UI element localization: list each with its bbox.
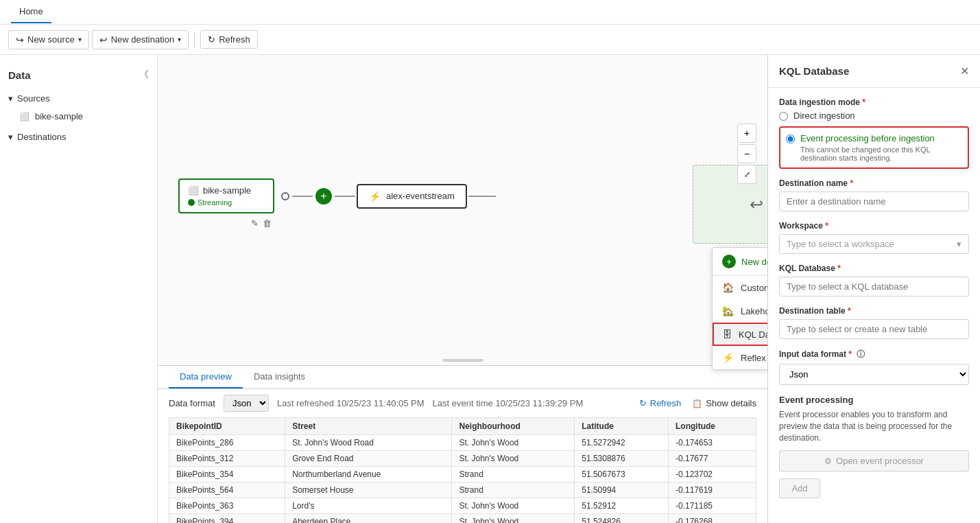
workspace-dropdown[interactable]: Type to select a workspace ▾ <box>779 234 969 254</box>
kql-db-input[interactable] <box>779 277 969 297</box>
table-header-row: BikepointID Street Neighbourhood Latitud… <box>169 418 756 435</box>
separator <box>194 32 195 48</box>
bottom-toolbar-left: Data format Json Last refreshed 10/25/23… <box>169 395 583 412</box>
table-cell: Lord's <box>285 498 452 514</box>
radio-event-input[interactable] <box>786 135 795 143</box>
zoom-out-button[interactable]: − <box>737 144 756 163</box>
dropdown-item-custom-app[interactable]: 🏠 Custom App <box>713 276 767 299</box>
radio-direct: Direct ingestion <box>779 111 969 121</box>
sidebar: Data 《 ▾ Sources ⬜ bike-sample ▾ Destina… <box>0 55 158 523</box>
tab-data-insights[interactable]: Data insights <box>243 366 316 388</box>
table-row: BikePoints_354Northumberland AvenueStran… <box>169 467 756 483</box>
event-processor-icon: ⚙ <box>824 456 832 466</box>
sidebar-item-bike-sample[interactable]: ⬜ bike-sample <box>0 108 157 125</box>
canvas-controls: + − ⤢ <box>737 124 756 184</box>
ingestion-mode-label: Data ingestion mode * <box>779 97 969 107</box>
tab-home[interactable]: Home <box>11 1 51 23</box>
collapse-button[interactable]: 《 <box>139 69 149 81</box>
table-cell: -0.117619 <box>668 483 756 498</box>
refresh-button[interactable]: ↻ Refresh <box>200 30 258 49</box>
source-node: ⬜ bike-sample Streaming <box>178 178 274 213</box>
arrow-line1 <box>292 196 313 197</box>
tab-data-preview[interactable]: Data preview <box>169 366 243 388</box>
dropdown-item-lakehouse[interactable]: 🏡 Lakehouse <box>713 299 767 323</box>
add-node-button[interactable]: + <box>315 188 332 205</box>
event-processing-title: Event processing <box>779 395 969 405</box>
new-source-button[interactable]: ↪ New source ▾ <box>8 30 89 49</box>
dest-name-section: Destination name * <box>779 178 969 211</box>
new-destination-button[interactable]: ↩ New destination ▾ <box>92 30 189 49</box>
table-cell: -0.174653 <box>668 435 756 451</box>
format-label: Data format <box>169 398 215 408</box>
table-cell: 51.52912 <box>575 498 669 514</box>
chevron-down-icon-dest: ▾ <box>178 36 181 43</box>
kql-db-section: KQL Database * <box>779 264 969 297</box>
radio-event-processing-box: Event processing before ingestion This c… <box>779 126 969 169</box>
workspace-label: Workspace * <box>779 221 969 231</box>
right-panel-body: Data ingestion mode * Direct ingestion E… <box>768 88 980 523</box>
dropdown-item-reflex[interactable]: ⚡ Reflex <box>713 346 767 369</box>
sidebar-destinations-section: ▾ Destinations <box>0 128 157 146</box>
table-row: BikePoints_394Aberdeen PlaceSt. John's W… <box>169 514 756 524</box>
col-street: Street <box>285 418 452 435</box>
show-details-button[interactable]: 📋 Show details <box>692 398 756 408</box>
refresh-bottom-icon: ↻ <box>639 398 647 408</box>
ingestion-mode-section: Data ingestion mode * Direct ingestion E… <box>779 97 969 169</box>
flow-diagram: ⬜ bike-sample Streaming ✎ 🗑 + <box>178 178 497 213</box>
open-event-processor-button[interactable]: ⚙ Open event processor <box>779 450 969 472</box>
arrow-line2 <box>335 196 355 197</box>
source-icon: ↪ <box>16 34 24 45</box>
zoom-in-button[interactable]: + <box>737 124 756 143</box>
table-cell: -0.176268 <box>668 514 756 524</box>
dest-table-input[interactable] <box>779 319 969 339</box>
source-node-title: ⬜ bike-sample <box>188 185 265 196</box>
radio-group: Direct ingestion Event processing before… <box>779 111 969 169</box>
table-cell: St. John's Wood <box>452 498 575 514</box>
lakehouse-icon: 🏡 <box>722 305 734 316</box>
dest-name-label: Destination name * <box>779 178 969 188</box>
sidebar-destinations-header[interactable]: ▾ Destinations <box>0 128 157 146</box>
required-marker: * <box>862 97 865 107</box>
reflex-icon: ⚡ <box>722 352 734 363</box>
radio-event-processing: Event processing before ingestion This c… <box>786 133 962 162</box>
show-details-icon: 📋 <box>692 399 702 408</box>
sidebar-sources-header[interactable]: ▾ Sources <box>0 89 157 108</box>
add-button[interactable]: Add <box>779 478 820 498</box>
col-longitude: Longitude <box>668 418 756 435</box>
kql-database-icon: 🗄 <box>722 329 732 340</box>
input-format-label: Input data format * ⓘ <box>779 349 969 360</box>
last-refreshed-label: Last refreshed 10/25/23 11:40:05 PM <box>277 398 425 408</box>
data-table: BikepointID Street Neighbourhood Latitud… <box>169 417 756 523</box>
sidebar-sources-section: ▾ Sources ⬜ bike-sample <box>0 89 157 125</box>
table-row: BikePoints_564Somerset HouseStrand51.509… <box>169 483 756 498</box>
col-latitude: Latitude <box>575 418 669 435</box>
edit-icon[interactable]: ✎ <box>251 218 259 229</box>
new-destination-header: + New destination ▲ <box>713 248 767 276</box>
refresh-bottom-button[interactable]: ↻ Refresh <box>639 398 682 408</box>
event-processing-desc: Event processor enables you to transform… <box>779 409 969 443</box>
new-dest-plus-icon: + <box>722 255 736 268</box>
dest-table-section: Destination table * <box>779 306 969 339</box>
table-cell: -0.171185 <box>668 498 756 514</box>
close-button[interactable]: ✕ <box>960 65 969 78</box>
eventstream-node: ⚡ alex-eventstream <box>357 184 467 209</box>
chevron-right-icon2: ▾ <box>8 132 13 142</box>
table-cell: Northumberland Avenue <box>285 467 452 483</box>
table-cell: BikePoints_286 <box>169 435 285 451</box>
input-format-select[interactable]: Json <box>779 364 969 385</box>
canvas-area[interactable]: ⬜ bike-sample Streaming ✎ 🗑 + <box>158 55 767 523</box>
dropdown-item-kql-database[interactable]: 🗄 KQL Database <box>713 323 767 346</box>
table-row: BikePoints_363Lord'sSt. John's Wood51.52… <box>169 498 756 514</box>
bottom-tabs: Data preview Data insights <box>158 366 767 389</box>
col-bikepointid: BikepointID <box>169 418 285 435</box>
dest-name-input[interactable] <box>779 191 969 211</box>
delete-icon[interactable]: 🗑 <box>263 218 272 229</box>
table-cell: -0.123702 <box>668 467 756 483</box>
fit-view-button[interactable]: ⤢ <box>737 165 756 184</box>
sidebar-title: Data <box>8 69 31 81</box>
radio-direct-input[interactable] <box>779 112 788 121</box>
source-node-status: Streaming <box>188 198 265 207</box>
format-select[interactable]: Json <box>224 395 269 412</box>
right-panel-header: KQL Database ✕ <box>768 55 980 88</box>
chevron-right-icon: ▾ <box>8 93 13 104</box>
